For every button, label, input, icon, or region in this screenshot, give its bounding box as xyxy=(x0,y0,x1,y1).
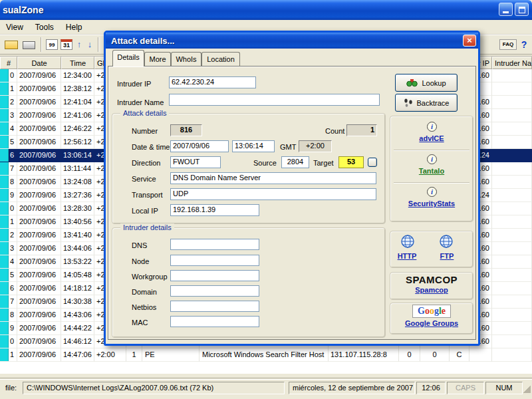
tab-more[interactable]: More xyxy=(144,52,171,66)
cell-time: 12:46:22 xyxy=(61,122,94,136)
maximize-icon xyxy=(519,7,525,13)
transport-input[interactable]: UDP xyxy=(170,188,376,200)
cell-name xyxy=(492,309,532,322)
workgroup-input[interactable] xyxy=(170,270,259,281)
cell-a: 0 xyxy=(399,348,420,362)
cell-time: 14:30:38 xyxy=(61,295,94,309)
cell-date: 2007/09/06 xyxy=(17,309,61,322)
tantalo-link[interactable]: Tantalo xyxy=(390,167,473,175)
footprints-icon xyxy=(404,98,413,107)
maximize-button[interactable] xyxy=(515,3,529,16)
globe-icon xyxy=(400,234,415,249)
tab-details[interactable]: Details xyxy=(112,50,144,66)
netbios-input[interactable] xyxy=(170,301,259,312)
window-controls xyxy=(497,3,529,16)
cell-time: 12:56:12 xyxy=(61,136,94,149)
table-row[interactable]: 12007/09/0614:47:06+2:001PEMicrosoft Win… xyxy=(0,348,532,362)
cell-n: 9 xyxy=(0,322,17,335)
menu-tools[interactable]: Tools xyxy=(29,21,60,33)
minimize-icon xyxy=(503,11,509,13)
column-header-date[interactable]: Date xyxy=(17,57,61,69)
cell-date: 2007/09/06 xyxy=(17,176,61,189)
resize-grip[interactable] xyxy=(522,384,531,393)
sort-down-icon[interactable]: ↓ xyxy=(84,35,95,54)
google-logo-box: Google xyxy=(390,305,473,318)
service-input[interactable]: DNS Domain Name Server xyxy=(170,172,376,184)
backtrace-button[interactable]: Backtrace xyxy=(395,94,458,112)
faq-icon[interactable]: FAQ xyxy=(499,39,517,50)
statusbar-file-path: C:\WINDOWS\Internet Logs\ZALog2007.09.06… xyxy=(23,382,285,394)
info-icon: i xyxy=(427,154,437,164)
ftp-link[interactable]: FTP xyxy=(434,252,460,260)
cell-time: 14:05:48 xyxy=(61,269,94,282)
target-port-value[interactable]: 53 xyxy=(338,156,364,168)
statusbar-date: miércoles, 12 de septiembre de 2007 xyxy=(289,382,415,394)
source-port-input[interactable]: 2804 xyxy=(281,156,309,168)
cell-date: 2007/09/06 xyxy=(17,122,61,136)
cell-n: 1 xyxy=(0,348,17,362)
print-icon[interactable] xyxy=(23,41,35,49)
lookup-button[interactable]: Lookup xyxy=(395,74,458,92)
column-header-time[interactable]: Time xyxy=(61,57,94,69)
cell-date: 2007/09/06 xyxy=(17,96,61,109)
close-icon[interactable]: × xyxy=(463,35,476,47)
target-more-button[interactable] xyxy=(368,158,377,167)
direction-label: Direction xyxy=(132,159,160,167)
sort-up-icon[interactable]: ↑ xyxy=(74,35,84,54)
spamcop-logo: SPAMCOP xyxy=(390,274,473,285)
column-header-n[interactable]: # xyxy=(0,57,17,69)
tab-location[interactable]: Location xyxy=(201,52,240,66)
cell-time: 13:06:14 xyxy=(61,149,94,162)
cell-name xyxy=(492,322,532,335)
tab-whois[interactable]: WhoIs xyxy=(171,52,201,66)
date-time-label: Date & time xyxy=(132,143,170,151)
numbered-list-icon[interactable]: 99 xyxy=(46,39,58,50)
menu-view[interactable]: View xyxy=(0,21,29,33)
intruder-name-input[interactable] xyxy=(169,94,380,106)
count-value: 1 xyxy=(346,124,377,136)
cell-date: 2007/09/06 xyxy=(17,229,61,242)
attack-number-value: 816 xyxy=(170,124,202,136)
date-input[interactable]: 2007/09/06 xyxy=(170,140,229,152)
http-link[interactable]: HTTP xyxy=(391,252,423,260)
menu-help[interactable]: Help xyxy=(60,21,88,33)
local-ip-input[interactable]: 192.168.1.39 xyxy=(170,204,259,216)
source-label: Source xyxy=(253,159,277,167)
statusbar-caps-indicator: CAPS xyxy=(447,382,484,394)
minimize-button[interactable] xyxy=(499,3,513,16)
cell-name xyxy=(492,122,532,136)
window-titlebar[interactable]: sualZone xyxy=(0,0,532,20)
cell-n: 2 xyxy=(0,229,17,242)
mac-input[interactable] xyxy=(170,316,259,327)
gmt-label: GMT xyxy=(280,143,296,151)
cell-type: PE xyxy=(142,348,200,362)
advice-link[interactable]: advICE xyxy=(390,134,473,142)
cell-time: 13:27:36 xyxy=(61,189,94,202)
toolbar-separator xyxy=(41,37,42,52)
cell-name xyxy=(492,255,532,269)
domain-label: Domain xyxy=(132,288,157,296)
help-icon[interactable]: ? xyxy=(519,35,529,54)
google-groups-link[interactable]: Google Groups xyxy=(390,319,473,327)
cell-name xyxy=(492,176,532,189)
cell-name xyxy=(492,149,532,162)
domain-input[interactable] xyxy=(170,285,259,297)
cell-name xyxy=(492,189,532,202)
dialog-titlebar[interactable]: Attack details... × xyxy=(106,33,478,49)
dns-input[interactable] xyxy=(170,239,259,250)
cell-n: 9 xyxy=(0,189,17,202)
spamcop-link[interactable]: Spamcop xyxy=(390,286,473,294)
cell-name xyxy=(492,109,532,122)
securitystats-link[interactable]: SecurityStats xyxy=(390,200,473,207)
time-input[interactable]: 13:06:14 xyxy=(232,140,275,152)
intruder-ip-input[interactable]: 62.42.230.24 xyxy=(169,76,256,88)
column-header-name[interactable]: Intruder Name xyxy=(492,57,532,69)
cell-name xyxy=(492,335,532,348)
node-input[interactable] xyxy=(170,255,259,266)
cell-date: 2007/09/06 xyxy=(17,69,61,82)
open-log-icon[interactable] xyxy=(5,41,18,49)
direction-input[interactable]: FWOUT xyxy=(170,156,221,168)
calendar-icon[interactable]: 31 xyxy=(61,39,72,50)
cell-count: 1 xyxy=(126,348,142,362)
statusbar-num-indicator: NUM xyxy=(485,382,523,394)
